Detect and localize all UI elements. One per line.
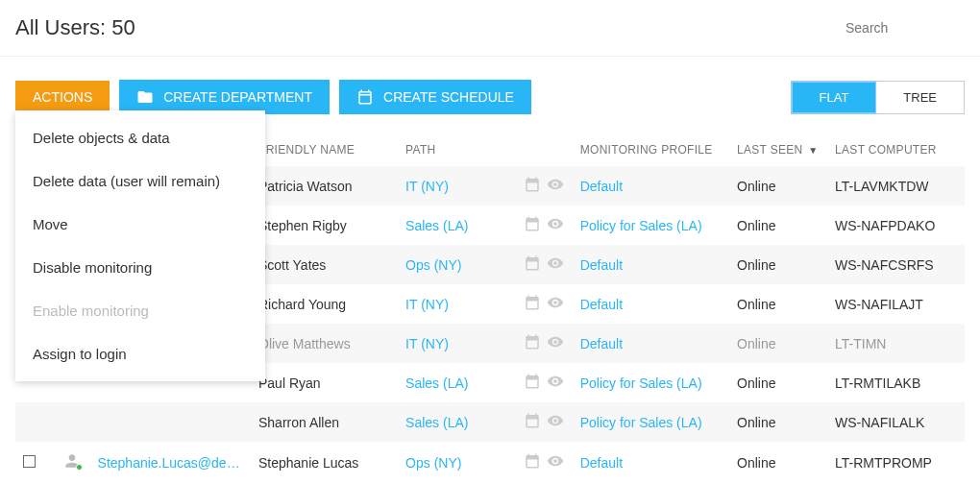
view-tree-button[interactable]: TREE xyxy=(876,82,964,113)
last-seen: Online xyxy=(729,442,827,483)
last-seen: Online xyxy=(729,363,827,402)
profile-link[interactable]: Policy for Sales (LA) xyxy=(580,218,702,233)
actions-menu-item[interactable]: Disable monitoring xyxy=(15,246,265,289)
table-row[interactable]: Sharron AllenSales (LA)Policy for Sales … xyxy=(15,402,965,442)
create-department-button[interactable]: CREATE DEPARTMENT xyxy=(119,80,330,114)
path-link[interactable]: Sales (LA) xyxy=(405,218,468,233)
col-lastcomp[interactable]: LAST COMPUTER xyxy=(827,133,965,166)
last-seen: Online xyxy=(729,402,827,442)
last-computer: LT-LAVMKTDW xyxy=(827,166,965,206)
last-computer: LT-RMTPROMP xyxy=(827,442,965,483)
last-seen: Online xyxy=(729,206,827,245)
friendly-name: Paul Ryan xyxy=(251,363,398,402)
last-computer: WS-NAFCSRFS xyxy=(827,245,965,284)
path-link[interactable]: Sales (LA) xyxy=(405,375,468,391)
friendly-name: Olive Matthews xyxy=(251,324,398,363)
profile-link[interactable]: Default xyxy=(580,455,623,471)
user-icon xyxy=(62,451,82,471)
schedule-icon[interactable] xyxy=(524,215,541,235)
last-seen: Online xyxy=(729,245,827,284)
col-profile[interactable]: MONITORING PROFILE xyxy=(573,133,729,166)
col-path[interactable]: PATH xyxy=(398,133,515,166)
schedule-icon[interactable] xyxy=(524,452,541,472)
path-link[interactable]: IT (NY) xyxy=(405,297,449,312)
schedule-icon[interactable] xyxy=(524,294,541,314)
last-seen: Online xyxy=(729,166,827,206)
monitoring-icon[interactable] xyxy=(547,452,564,472)
profile-link[interactable]: Policy for Sales (LA) xyxy=(580,415,702,430)
last-computer: LT-RMTILAKB xyxy=(827,363,965,402)
path-link[interactable]: IT (NY) xyxy=(405,179,449,194)
monitoring-icon[interactable] xyxy=(547,412,564,432)
path-link[interactable]: Ops (NY) xyxy=(405,455,461,471)
actions-menu-item[interactable]: Delete objects & data xyxy=(15,116,265,159)
monitoring-icon[interactable] xyxy=(547,254,564,275)
profile-link[interactable]: Policy for Sales (LA) xyxy=(580,375,702,391)
view-toggle: FLAT TREE xyxy=(791,81,966,114)
profile-link[interactable]: Default xyxy=(580,257,623,273)
friendly-name: Scott Yates xyxy=(251,245,398,284)
table-row[interactable]: Stephanie.Lucas@de…Stephanie LucasOps (N… xyxy=(15,442,965,483)
last-computer: WS-NAFILAJT xyxy=(827,284,965,324)
schedule-icon[interactable] xyxy=(524,333,541,353)
create-schedule-button[interactable]: CREATE SCHEDULE xyxy=(339,80,531,114)
search-input[interactable] xyxy=(845,20,961,36)
monitoring-icon[interactable] xyxy=(547,215,564,235)
actions-dropdown: Delete objects & dataDelete data (user w… xyxy=(15,110,265,381)
last-computer: WS-NAFPDAKO xyxy=(827,206,965,245)
folder-icon xyxy=(136,88,154,106)
monitoring-icon[interactable] xyxy=(547,176,564,196)
actions-button[interactable]: ACTIONS xyxy=(15,81,110,113)
page-title: All Users: 50 xyxy=(15,15,135,40)
last-seen: Online xyxy=(729,324,827,363)
path-link[interactable]: Ops (NY) xyxy=(405,257,461,273)
schedule-icon[interactable] xyxy=(524,373,541,393)
create-department-label: CREATE DEPARTMENT xyxy=(163,89,312,105)
last-computer: LT-TIMN xyxy=(827,324,965,363)
last-computer: WS-NAFILALK xyxy=(827,402,965,442)
profile-link[interactable]: Default xyxy=(580,179,623,194)
view-flat-button[interactable]: FLAT xyxy=(791,81,878,114)
actions-label: ACTIONS xyxy=(33,89,92,105)
header-bar: All Users: 50 xyxy=(0,0,980,57)
actions-menu-item[interactable]: Move xyxy=(15,203,265,246)
create-schedule-label: CREATE SCHEDULE xyxy=(383,89,514,105)
path-link[interactable]: IT (NY) xyxy=(405,336,449,351)
sort-desc-icon: ▼ xyxy=(808,145,818,156)
schedule-icon[interactable] xyxy=(524,412,541,432)
schedule-icon[interactable] xyxy=(524,176,541,196)
monitoring-icon[interactable] xyxy=(547,294,564,314)
profile-link[interactable]: Default xyxy=(580,297,623,312)
friendly-name: Sharron Allen xyxy=(251,402,398,442)
path-link[interactable]: Sales (LA) xyxy=(405,415,468,430)
friendly-name: Stephanie Lucas xyxy=(251,442,398,483)
actions-menu-item[interactable]: Assign to login xyxy=(15,332,265,375)
row-checkbox[interactable] xyxy=(23,455,36,468)
actions-menu-item[interactable]: Delete data (user will remain) xyxy=(15,159,265,203)
monitoring-icon[interactable] xyxy=(547,373,564,393)
col-lastseen[interactable]: LAST SEEN ▼ xyxy=(729,133,827,166)
col-friendly[interactable]: FRIENDLY NAME xyxy=(251,133,398,166)
friendly-name: Richard Young xyxy=(251,284,398,324)
login-link[interactable]: Stephanie.Lucas@de… xyxy=(98,455,240,471)
schedule-icon[interactable] xyxy=(524,254,541,275)
toolbar: ACTIONS CREATE DEPARTMENT CREATE SCHEDUL… xyxy=(15,80,965,114)
actions-menu-item: Enable monitoring xyxy=(15,289,265,332)
monitoring-icon[interactable] xyxy=(547,333,564,353)
friendly-name: Patricia Watson xyxy=(251,166,398,206)
profile-link[interactable]: Default xyxy=(580,336,623,351)
friendly-name: Stephen Rigby xyxy=(251,206,398,245)
calendar-icon xyxy=(356,88,374,106)
last-seen: Online xyxy=(729,284,827,324)
